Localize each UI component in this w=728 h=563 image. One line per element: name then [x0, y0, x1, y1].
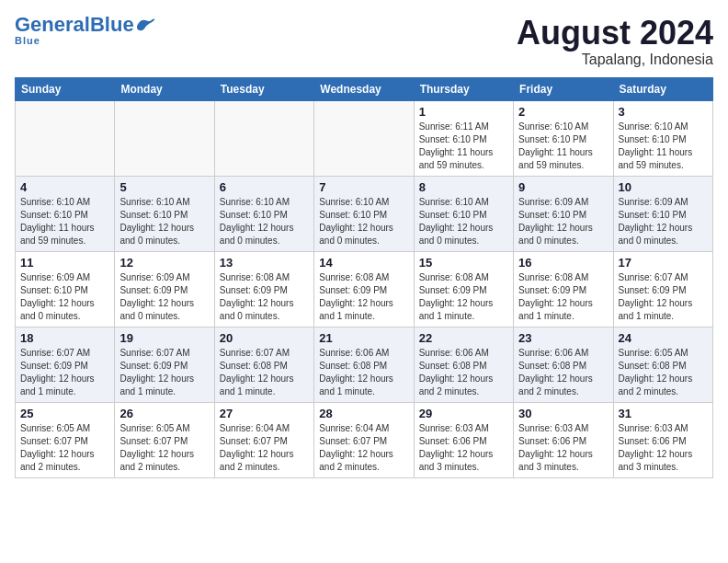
- calendar-day-cell: 24Sunrise: 6:05 AMSunset: 6:08 PMDayligh…: [613, 327, 712, 402]
- calendar-week-row: 11Sunrise: 6:09 AMSunset: 6:10 PMDayligh…: [16, 251, 713, 327]
- day-number: 20: [220, 331, 309, 345]
- sunset-label: Sunset: 6:09 PM: [319, 285, 387, 295]
- day-info: Sunrise: 6:07 AMSunset: 6:08 PMDaylight:…: [220, 347, 309, 398]
- calendar-day-cell: 28Sunrise: 6:04 AMSunset: 6:07 PMDayligh…: [314, 402, 414, 477]
- day-info: Sunrise: 6:10 AMSunset: 6:10 PMDaylight:…: [518, 121, 608, 172]
- daylight-label: Daylight: 12 hours and 0 minutes.: [119, 223, 194, 246]
- sunrise-label: Sunrise: 6:10 AM: [419, 197, 489, 207]
- sunrise-label: Sunrise: 6:08 AM: [319, 272, 389, 282]
- sunset-label: Sunset: 6:10 PM: [619, 134, 687, 144]
- sunrise-label: Sunrise: 6:03 AM: [518, 423, 588, 433]
- calendar-day-cell: 31Sunrise: 6:03 AMSunset: 6:06 PMDayligh…: [613, 402, 712, 477]
- calendar-table: SundayMondayTuesdayWednesdayThursdayFrid…: [15, 77, 713, 478]
- weekday-header-tuesday: Tuesday: [214, 77, 313, 100]
- logo-tagline: Blue: [15, 35, 40, 46]
- weekday-header-row: SundayMondayTuesdayWednesdayThursdayFrid…: [16, 77, 713, 100]
- sunset-label: Sunset: 6:08 PM: [518, 361, 586, 371]
- sunset-label: Sunset: 6:10 PM: [20, 285, 88, 295]
- sunrise-label: Sunrise: 6:10 AM: [119, 197, 189, 207]
- day-info: Sunrise: 6:09 AMSunset: 6:09 PMDaylight:…: [119, 271, 209, 323]
- sunrise-label: Sunrise: 6:07 AM: [20, 348, 90, 358]
- daylight-label: Daylight: 12 hours and 1 minute.: [220, 373, 294, 396]
- day-number: 12: [119, 256, 209, 270]
- day-info: Sunrise: 6:05 AMSunset: 6:08 PMDaylight:…: [619, 347, 708, 398]
- sunrise-label: Sunrise: 6:05 AM: [619, 348, 688, 358]
- logo-text: GeneralBlue: [15, 15, 134, 35]
- weekday-header-monday: Monday: [115, 77, 214, 100]
- day-info: Sunrise: 6:10 AMSunset: 6:10 PMDaylight:…: [419, 196, 508, 247]
- day-number: 10: [619, 180, 708, 194]
- day-number: 9: [518, 180, 608, 194]
- sunset-label: Sunset: 6:09 PM: [119, 361, 188, 371]
- calendar-day-cell: 2Sunrise: 6:10 AMSunset: 6:10 PMDaylight…: [514, 100, 613, 176]
- sunset-label: Sunset: 6:10 PM: [518, 134, 586, 144]
- day-info: Sunrise: 6:10 AMSunset: 6:10 PMDaylight:…: [220, 196, 309, 247]
- logo-bird-icon: [136, 17, 156, 33]
- daylight-label: Daylight: 12 hours and 0 minutes.: [20, 298, 95, 321]
- daylight-label: Daylight: 12 hours and 2 minutes.: [419, 373, 494, 396]
- daylight-label: Daylight: 12 hours and 1 minute.: [119, 373, 194, 396]
- day-info: Sunrise: 6:03 AMSunset: 6:06 PMDaylight:…: [419, 422, 508, 474]
- sunrise-label: Sunrise: 6:09 AM: [20, 272, 90, 282]
- daylight-label: Daylight: 12 hours and 2 minutes.: [619, 373, 693, 396]
- calendar-day-cell: 6Sunrise: 6:10 AMSunset: 6:10 PMDaylight…: [214, 176, 313, 251]
- daylight-label: Daylight: 12 hours and 2 minutes.: [319, 449, 393, 472]
- day-info: Sunrise: 6:08 AMSunset: 6:09 PMDaylight:…: [319, 271, 408, 323]
- calendar-day-cell: 1Sunrise: 6:11 AMSunset: 6:10 PMDaylight…: [414, 100, 513, 176]
- calendar-week-row: 25Sunrise: 6:05 AMSunset: 6:07 PMDayligh…: [16, 402, 713, 477]
- sunset-label: Sunset: 6:07 PM: [119, 436, 188, 446]
- day-number: 7: [319, 180, 408, 194]
- calendar-day-cell: 17Sunrise: 6:07 AMSunset: 6:09 PMDayligh…: [613, 251, 712, 327]
- calendar-day-cell: 5Sunrise: 6:10 AMSunset: 6:10 PMDaylight…: [115, 176, 214, 251]
- sunset-label: Sunset: 6:09 PM: [119, 285, 188, 295]
- day-number: 2: [518, 105, 608, 119]
- daylight-label: Daylight: 12 hours and 2 minutes.: [119, 449, 194, 472]
- daylight-label: Daylight: 12 hours and 0 minutes.: [119, 298, 194, 321]
- daylight-label: Daylight: 11 hours and 59 minutes.: [619, 147, 693, 170]
- day-info: Sunrise: 6:04 AMSunset: 6:07 PMDaylight:…: [319, 422, 408, 474]
- weekday-header-thursday: Thursday: [414, 77, 513, 100]
- calendar-day-cell: 30Sunrise: 6:03 AMSunset: 6:06 PMDayligh…: [514, 402, 613, 477]
- sunset-label: Sunset: 6:09 PM: [518, 285, 586, 295]
- sunset-label: Sunset: 6:10 PM: [220, 210, 288, 220]
- day-info: Sunrise: 6:06 AMSunset: 6:08 PMDaylight:…: [518, 347, 608, 398]
- calendar-day-cell: 13Sunrise: 6:08 AMSunset: 6:09 PMDayligh…: [214, 251, 313, 327]
- day-info: Sunrise: 6:06 AMSunset: 6:08 PMDaylight:…: [319, 347, 408, 398]
- day-number: 18: [20, 331, 109, 345]
- month-year-title: August 2024: [517, 15, 713, 52]
- daylight-label: Daylight: 12 hours and 1 minute.: [419, 298, 494, 321]
- daylight-label: Daylight: 12 hours and 2 minutes.: [220, 449, 294, 472]
- daylight-label: Daylight: 12 hours and 2 minutes.: [20, 449, 95, 472]
- day-number: 24: [619, 331, 708, 345]
- sunset-label: Sunset: 6:06 PM: [619, 436, 687, 446]
- day-number: 4: [20, 180, 109, 194]
- sunset-label: Sunset: 6:10 PM: [419, 134, 487, 144]
- sunrise-label: Sunrise: 6:07 AM: [220, 348, 290, 358]
- day-number: 23: [518, 331, 608, 345]
- day-info: Sunrise: 6:08 AMSunset: 6:09 PMDaylight:…: [419, 271, 508, 323]
- calendar-week-row: 18Sunrise: 6:07 AMSunset: 6:09 PMDayligh…: [16, 327, 713, 402]
- day-info: Sunrise: 6:10 AMSunset: 6:10 PMDaylight:…: [119, 196, 209, 247]
- calendar-day-cell: 3Sunrise: 6:10 AMSunset: 6:10 PMDaylight…: [613, 100, 712, 176]
- calendar-day-cell: 19Sunrise: 6:07 AMSunset: 6:09 PMDayligh…: [115, 327, 214, 402]
- sunrise-label: Sunrise: 6:08 AM: [419, 272, 489, 282]
- daylight-label: Daylight: 12 hours and 3 minutes.: [419, 449, 494, 472]
- daylight-label: Daylight: 11 hours and 59 minutes.: [20, 223, 95, 246]
- calendar-day-cell: 21Sunrise: 6:06 AMSunset: 6:08 PMDayligh…: [314, 327, 414, 402]
- day-number: 22: [419, 331, 508, 345]
- calendar-day-cell: 14Sunrise: 6:08 AMSunset: 6:09 PMDayligh…: [314, 251, 414, 327]
- calendar-day-cell: 23Sunrise: 6:06 AMSunset: 6:08 PMDayligh…: [514, 327, 613, 402]
- calendar-day-cell: 9Sunrise: 6:09 AMSunset: 6:10 PMDaylight…: [514, 176, 613, 251]
- day-number: 8: [419, 180, 508, 194]
- day-info: Sunrise: 6:03 AMSunset: 6:06 PMDaylight:…: [518, 422, 608, 474]
- sunrise-label: Sunrise: 6:08 AM: [518, 272, 588, 282]
- day-number: 30: [518, 407, 608, 420]
- day-number: 19: [119, 331, 209, 345]
- sunrise-label: Sunrise: 6:10 AM: [619, 121, 688, 132]
- calendar-day-cell: 22Sunrise: 6:06 AMSunset: 6:08 PMDayligh…: [414, 327, 513, 402]
- sunset-label: Sunset: 6:09 PM: [20, 361, 88, 371]
- daylight-label: Daylight: 12 hours and 1 minute.: [319, 298, 393, 321]
- sunset-label: Sunset: 6:07 PM: [20, 436, 88, 446]
- daylight-label: Daylight: 11 hours and 59 minutes.: [518, 147, 593, 170]
- sunset-label: Sunset: 6:07 PM: [319, 436, 387, 446]
